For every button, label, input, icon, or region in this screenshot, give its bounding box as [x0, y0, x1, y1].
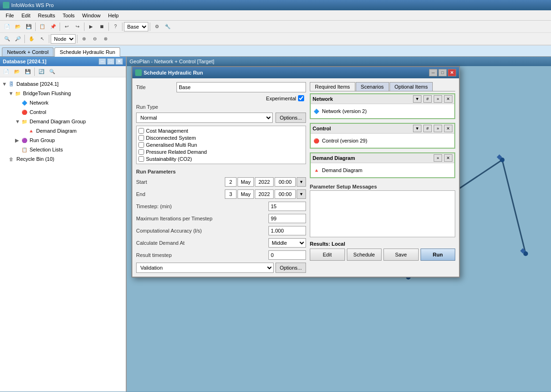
tb2-zoom-out[interactable]: 🔎: [13, 34, 23, 44]
tab-scenarios[interactable]: Scenarios: [356, 82, 389, 91]
options-btn-2[interactable]: Options...: [276, 263, 306, 273]
network-box-hash-btn[interactable]: #: [423, 95, 432, 103]
edit-btn[interactable]: Edit: [310, 249, 345, 261]
tab-optional-items[interactable]: Optional Items: [390, 82, 433, 91]
cb-cost[interactable]: [138, 128, 144, 134]
tree-item-db[interactable]: ▼ 🗄 Database [2024.1]: [0, 79, 126, 89]
dialog-minimize-btn[interactable]: ─: [429, 69, 437, 76]
tree-item-control[interactable]: ▶ 🔴 Control: [0, 107, 126, 117]
timestep-input[interactable]: [268, 202, 306, 211]
cb-disconnected[interactable]: [138, 135, 144, 141]
control-box-hash-btn[interactable]: #: [423, 125, 432, 132]
menu-tools[interactable]: Tools: [59, 12, 78, 19]
validation-select[interactable]: Validation None: [136, 263, 274, 273]
start-day[interactable]: [225, 177, 237, 187]
tb-open[interactable]: 📂: [13, 22, 23, 32]
run-btn[interactable]: Run: [421, 249, 456, 261]
end-day[interactable]: [225, 189, 237, 199]
tb-run[interactable]: ▶: [86, 22, 96, 32]
panel-minimize-btn[interactable]: ─: [99, 58, 106, 65]
demand-box-close-btn[interactable]: ✕: [444, 154, 452, 162]
menu-help[interactable]: Help: [104, 12, 122, 19]
tree-item-sellist[interactable]: ▶ 📋 Selection Lists: [0, 145, 126, 154]
cb-prd[interactable]: [138, 149, 144, 155]
tree-expand-ddg[interactable]: ▼: [15, 119, 20, 124]
title-input[interactable]: [176, 82, 306, 92]
tree-tb-new[interactable]: 📄: [1, 67, 11, 77]
tb-paste[interactable]: 📌: [48, 22, 58, 32]
end-month[interactable]: [237, 189, 254, 199]
calcdemand-select[interactable]: Middle Start End: [268, 238, 306, 248]
accuracy-input[interactable]: [268, 226, 306, 235]
cb-sustain[interactable]: [138, 156, 144, 162]
resulttimestep-input[interactable]: [268, 250, 306, 260]
experimental-checkbox[interactable]: [298, 95, 304, 101]
menu-file[interactable]: File: [2, 12, 18, 19]
dialog-maximize-btn[interactable]: □: [438, 69, 447, 76]
end-time[interactable]: [275, 189, 296, 199]
maxiter-input[interactable]: [268, 214, 306, 223]
start-cal-btn[interactable]: ▼: [297, 177, 306, 187]
schedule-btn[interactable]: Schedule: [347, 249, 382, 261]
run-type-area: Normal Extended Period Fire Flow Options…: [136, 113, 306, 123]
tree-tb-find[interactable]: 🔍: [47, 67, 57, 77]
tree-expand-db[interactable]: ▼: [2, 81, 7, 87]
tb-help[interactable]: ?: [110, 22, 121, 32]
tree-item-bridgetown[interactable]: ▼ 📁 BridgeTown Flushing: [0, 89, 126, 98]
tree-expand-bridgetown[interactable]: ▼: [8, 90, 13, 96]
tree-item-recycle[interactable]: ▶ 🗑 Recycle Bin (10): [0, 154, 126, 164]
menu-results[interactable]: Results: [34, 12, 59, 19]
tree-item-ddg[interactable]: ▼ 📁 Demand Diagram Group: [0, 117, 126, 126]
tb2-zoom-in[interactable]: 🔍: [2, 34, 12, 44]
cb-gmr[interactable]: [138, 142, 144, 148]
tb2-extra2[interactable]: ⊖: [90, 34, 100, 44]
end-year[interactable]: [255, 189, 274, 199]
tab-network-control[interactable]: Network + Control: [2, 47, 54, 56]
tb-redo[interactable]: ↪: [72, 22, 83, 32]
control-box-close-btn[interactable]: ✕: [444, 125, 452, 132]
tb-extra2[interactable]: 🔧: [162, 22, 173, 32]
tb-save[interactable]: 💾: [23, 22, 34, 32]
tab-required-items[interactable]: Required Items: [310, 82, 355, 91]
menu-window[interactable]: Window: [78, 12, 104, 19]
tb-undo[interactable]: ↩: [61, 22, 72, 32]
tb-stop[interactable]: ⏹: [97, 22, 107, 32]
start-year[interactable]: [255, 177, 274, 187]
tb-base-select[interactable]: Base: [124, 22, 148, 31]
tab-schedule[interactable]: Schedule Hydraulic Run: [54, 47, 120, 57]
demand-box-chevron-btn[interactable]: »: [434, 154, 442, 162]
control-box-chevron-btn[interactable]: »: [434, 125, 442, 132]
tb2-node-select[interactable]: Node: [51, 34, 76, 44]
tb-new[interactable]: 📄: [2, 22, 12, 32]
menu-edit[interactable]: Edit: [18, 12, 34, 19]
network-box-chevron-btn[interactable]: »: [434, 95, 442, 103]
panel-maximize-btn[interactable]: □: [107, 58, 115, 65]
network-box-close-btn[interactable]: ✕: [444, 95, 452, 103]
param-messages-section: Parameter Setup Messages: [310, 184, 455, 237]
tb-copy[interactable]: 📋: [37, 22, 47, 32]
panel-close-btn[interactable]: ✕: [115, 58, 123, 65]
tree-item-rungroup[interactable]: ▶ 🟣 Run Group: [0, 136, 126, 145]
tb2-pan[interactable]: ✋: [26, 34, 37, 44]
save-btn[interactable]: Save: [383, 249, 419, 261]
cb-label-cost: Cost Management: [146, 128, 188, 134]
recycle-icon: 🗑: [8, 155, 15, 163]
tree-item-dd[interactable]: ▶ 🔺 Demand Diagram: [0, 126, 126, 136]
tb-extra1[interactable]: ⚙: [152, 22, 162, 32]
tb2-select[interactable]: ↖: [37, 34, 47, 44]
run-type-select[interactable]: Normal Extended Period Fire Flow: [136, 113, 273, 123]
control-box-sort-btn[interactable]: ▼: [413, 125, 421, 132]
start-month[interactable]: [237, 177, 254, 187]
tree-tb-refresh[interactable]: 🔄: [36, 67, 46, 77]
tree-tb-open[interactable]: 📂: [12, 67, 22, 77]
tb2-extra3[interactable]: ⊗: [100, 34, 111, 44]
tree-tb-save[interactable]: 💾: [23, 67, 33, 77]
tree-expand-rungroup[interactable]: ▶: [15, 137, 20, 143]
tree-item-network[interactable]: ▶ 🔷 Network: [0, 98, 126, 107]
network-box-sort-btn[interactable]: ▼: [413, 95, 421, 103]
tb2-extra1[interactable]: ⊕: [79, 34, 89, 44]
start-time[interactable]: [275, 177, 296, 187]
options-btn-1[interactable]: Options...: [276, 113, 306, 123]
end-cal-btn[interactable]: ▼: [297, 189, 306, 199]
dialog-close-btn[interactable]: ✕: [448, 69, 456, 76]
